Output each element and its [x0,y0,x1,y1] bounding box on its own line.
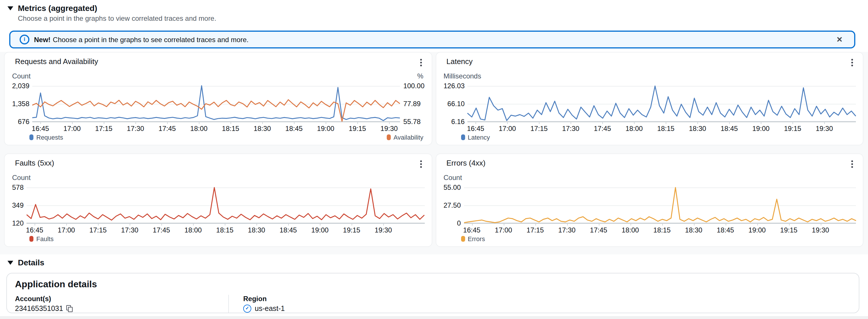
plot-area[interactable]: 16:4517:0017:1517:3017:4518:0018:1518:30… [467,84,856,123]
y-axis-ticks: 55.0027.500 [443,183,464,227]
x-tick-mark [662,224,662,226]
x-tick-label: 19:15 [784,125,801,133]
chart-actions-menu-button[interactable] [848,57,856,68]
x-tick-mark [262,122,263,124]
copy-icon[interactable] [67,305,73,312]
x-tick-mark [567,224,567,226]
x-tick-label: 17:45 [158,125,176,133]
x-tick-mark [698,122,698,124]
x-tick-label: 17:15 [95,125,113,133]
x-tick-label: 19:30 [380,125,398,133]
x-tick-label: 18:30 [685,226,702,234]
x-tick-label: 18:45 [720,125,738,133]
x-tick-mark [666,122,666,124]
x-tick-label: 19:15 [349,125,366,133]
x-tick-mark [761,122,762,124]
x-tick-label: 16:45 [32,125,49,133]
y-tick-label: 66.10 [447,100,465,108]
x-tick-label: 17:30 [558,226,576,234]
x-tick-label: 17:00 [58,226,75,234]
section-divider-band [0,247,868,254]
accounts-label: Account(s) [15,295,228,303]
x-tick-mark [729,122,730,124]
page-bottom-strip [0,316,868,319]
x-tick-label: 17:00 [63,125,81,133]
y-tick-label: 2,039 [12,82,29,90]
x-tick-label: 17:15 [89,226,106,234]
x-tick-mark [161,224,162,226]
metrics-section-subtitle: Choose a point in the graphs to view cor… [18,14,868,23]
kebab-menu-icon [851,59,853,66]
y-tick-label: 6.16 [451,118,465,126]
legend-color-marker [386,135,391,140]
x-tick-mark [351,224,352,226]
legend-color-marker [461,236,465,242]
plot-area[interactable]: 16:4517:0017:1517:3017:4518:0018:1518:30… [32,84,400,123]
y2-axis-ticks: 100.0077.8955.78 [400,82,425,126]
x-tick-label: 19:00 [748,226,766,234]
chart-actions-menu-button[interactable] [417,57,425,68]
x-tick-label: 18:45 [285,125,303,133]
legend-label: Latency [468,134,490,141]
x-tick-label: 19:30 [812,226,829,234]
x-tick-mark [98,224,98,226]
x-tick-mark [503,224,504,226]
region-check-icon: ✓ [243,304,251,313]
banner-message: Choose a point in the graphs to see corr… [53,35,248,44]
x-tick-label: 18:30 [254,125,271,133]
x-tick-mark [104,122,104,124]
details-section-header[interactable]: Details [0,254,868,267]
chart-title: Errors (4xx) [446,158,486,167]
x-tick-label: 17:30 [562,125,579,133]
x-tick-mark [135,122,136,124]
legend-label: Faults [36,235,54,242]
legend-item[interactable]: Faults [29,235,54,242]
region-column: Region ✓ us-east-1 [243,295,285,313]
banner-close-button[interactable]: ✕ [834,35,845,45]
x-tick-mark [539,122,539,124]
x-tick-label: 18:30 [689,125,706,133]
metrics-section-header[interactable]: Metrics (aggregated) [0,0,868,13]
x-tick-label: 18:00 [622,226,639,234]
x-tick-label: 17:30 [121,226,138,234]
legend-item[interactable]: Errors [461,235,485,242]
x-tick-mark [130,224,130,226]
legend-item[interactable]: Latency [461,134,490,141]
line-series [32,84,400,123]
x-tick-mark [193,224,194,226]
x-tick-mark [320,224,320,226]
x-tick-label: 16:45 [463,226,480,234]
x-tick-label: 17:15 [530,125,548,133]
legend-item[interactable]: Availability [386,134,423,141]
x-tick-label: 19:30 [375,226,392,234]
y-tick-label: 55.00 [443,183,461,192]
x-tick-mark [602,122,603,124]
x-tick-label: 17:00 [495,226,512,234]
chart-card: Faults (5xx) Count 578349120 16:4517:001… [4,153,432,247]
y-tick-label: 676 [18,118,29,126]
x-tick-label: 18:00 [184,226,202,234]
chart-actions-menu-button[interactable] [417,158,425,170]
x-tick-label: 18:30 [248,226,265,234]
y-tick-label: 126.03 [443,82,465,90]
x-tick-mark [288,224,289,226]
x-tick-mark [507,122,508,124]
x-tick-label: 18:00 [625,125,643,133]
legend-item[interactable]: Requests [29,134,63,141]
x-tick-mark [225,224,225,226]
y-axis-unit-label: Count [12,174,31,182]
x-tick-mark [789,224,789,226]
x-tick-label: 16:45 [26,226,43,234]
kebab-menu-icon [420,59,422,66]
y-tick-label: 578 [12,183,24,192]
plot-area[interactable]: 16:4517:0017:1517:3017:4518:0018:1518:30… [27,185,425,224]
legend-label: Requests [36,134,63,141]
x-tick-mark [793,122,793,124]
y-axis-ticks: 126.0366.106.16 [443,82,467,126]
plot-area[interactable]: 16:4517:0017:1517:3017:4518:0018:1518:30… [464,185,856,224]
chart-actions-menu-button[interactable] [848,158,856,170]
x-tick-mark [694,224,694,226]
y2-tick-label: 100.00 [403,82,425,90]
x-tick-mark [535,224,536,226]
region-value: us-east-1 [255,304,285,313]
